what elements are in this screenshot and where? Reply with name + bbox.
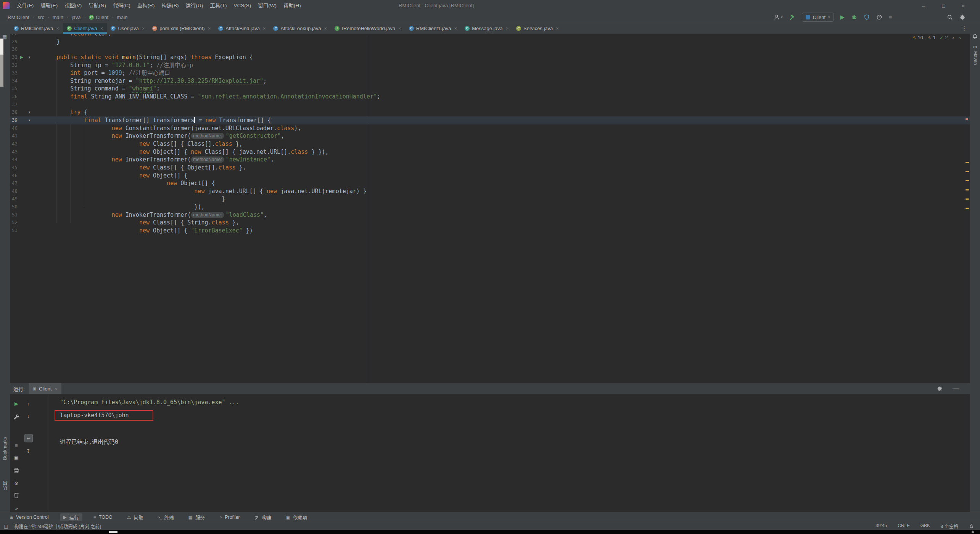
gutter[interactable]: 47 <box>10 179 43 187</box>
code-line[interactable]: 45 new Class[] { Object[].class }, <box>10 164 970 172</box>
status-widget[interactable]: 39:45 <box>875 523 887 529</box>
code-text[interactable]: new Object[] { "ErrorBaseExec" }) <box>43 227 253 235</box>
code-text[interactable]: }), <box>43 203 204 211</box>
breadcrumb-item[interactable]: java <box>72 15 81 20</box>
code-text[interactable]: new InvokerTransformer(methodName:"newIn… <box>43 156 274 164</box>
clear-icon[interactable]: ⊗ <box>13 479 20 487</box>
search-icon[interactable] <box>947 14 953 20</box>
gutter[interactable]: 50 <box>10 203 43 211</box>
collaboration-user-button[interactable]: ▾ <box>774 14 783 20</box>
code-text[interactable]: new Class[] { String.class }, <box>43 219 239 227</box>
code-area[interactable]: 28 return ctor;29 }3031▶▾ public static … <box>10 34 970 235</box>
trash-icon[interactable] <box>13 492 20 499</box>
status-widget[interactable]: 4 个空格 <box>941 523 958 529</box>
close-tab-icon[interactable]: × <box>56 26 60 31</box>
code-text[interactable]: } <box>43 38 60 46</box>
menu-item[interactable]: 构建(B) <box>158 0 182 11</box>
code-line[interactable]: 53 new Object[] { "ErrorBaseExec" }) <box>10 227 970 235</box>
gutter[interactable]: 31▶▾ <box>10 53 43 61</box>
menu-item[interactable]: 代码(C) <box>109 0 134 11</box>
code-text[interactable]: new Class[] { Class[].class }, <box>43 140 243 148</box>
editor-tab[interactable]: CRMIClient.java× <box>10 23 63 34</box>
gutter[interactable]: 32 <box>10 61 43 69</box>
code-line[interactable]: 47 new Object[] { <box>10 179 970 187</box>
close-tab-icon[interactable]: × <box>142 26 145 31</box>
code-text[interactable]: new Object[] { <box>43 179 215 187</box>
menu-item[interactable]: 窗口(W) <box>254 0 280 11</box>
gutter[interactable]: 43 <box>10 148 43 156</box>
gutter[interactable]: 37 <box>10 101 43 109</box>
inspections-widget[interactable]: ⚠10 ⚠1 ✓2 ∧ ∨ <box>912 35 962 40</box>
toolwindow-button[interactable]: ▦服务 <box>185 513 208 521</box>
console-line[interactable] <box>48 422 970 435</box>
close-icon[interactable]: × <box>54 386 57 392</box>
code-line[interactable]: 32 String ip = "127.0.0.1"; //注册中心ip <box>10 61 970 69</box>
rerun-icon[interactable]: ▶ <box>13 400 20 407</box>
code-line[interactable]: 29 } <box>10 38 970 46</box>
run-gutter-icon[interactable]: ▶ <box>20 53 23 61</box>
editor-tab[interactable]: CMessage.java× <box>461 23 512 34</box>
code-line[interactable]: 30 <box>10 45 970 53</box>
menu-item[interactable]: 运行(U) <box>182 0 207 11</box>
toolwindow-button-structure[interactable]: 结构 <box>2 481 9 490</box>
gutter[interactable]: 34 <box>10 77 43 85</box>
code-line[interactable]: 33 int port = 1099; //注册中心端口 <box>10 69 970 77</box>
gutter[interactable]: 33 <box>10 69 43 77</box>
run-console-tab[interactable]: ▣ Client × <box>29 383 61 394</box>
code-line[interactable]: 35 String command = "whoami"; <box>10 85 970 93</box>
status-widget[interactable]: GBK <box>920 523 930 529</box>
more-icon[interactable]: » <box>13 504 20 512</box>
close-tab-icon[interactable]: × <box>324 26 327 31</box>
code-line[interactable]: 34 String remotejar = "http://172.30.38.… <box>10 77 970 85</box>
up-icon[interactable]: ↑ <box>24 400 32 407</box>
close-tab-icon[interactable]: × <box>100 26 103 31</box>
gutter[interactable]: 35 <box>10 85 43 93</box>
editor-tab[interactable]: CRMIClient1.java× <box>405 23 461 34</box>
editor-tab[interactable]: CServices.java× <box>512 23 563 34</box>
warning-stripe-mark[interactable] <box>966 189 969 190</box>
code-line[interactable]: 42 new Class[] { Class[].class }, <box>10 140 970 148</box>
breadcrumb-item[interactable]: RMIClient <box>8 15 29 20</box>
run-button[interactable]: ▶ <box>840 14 845 20</box>
toolwindow-button[interactable]: ▶运行 <box>60 513 82 521</box>
code-text[interactable]: new Object[] { <box>43 172 187 180</box>
code-line[interactable]: 48 new java.net.URL[] { new java.net.URL… <box>10 187 970 195</box>
menu-item[interactable]: 编辑(E) <box>37 0 61 11</box>
menu-item[interactable]: VCS(S) <box>230 0 255 11</box>
gutter[interactable]: 38▾ <box>10 108 43 116</box>
close-tab-icon[interactable]: × <box>263 26 266 31</box>
close-tab-icon[interactable]: × <box>208 26 211 31</box>
gutter[interactable]: 46 <box>10 172 43 180</box>
close-tab-icon[interactable]: × <box>398 26 401 31</box>
code-text[interactable]: new java.net.URL[] { new java.net.URL(re… <box>43 187 367 195</box>
gutter[interactable]: 28 <box>10 34 43 38</box>
notifications-bell-icon[interactable] <box>972 34 978 39</box>
toolwindow-switcher-icon[interactable]: ◫ <box>4 524 8 529</box>
build-hammer-icon[interactable] <box>789 14 795 20</box>
gutter[interactable]: 42 <box>10 140 43 148</box>
stop-button[interactable]: ■ <box>889 14 892 20</box>
chevron-down-icon[interactable]: ∨ <box>959 36 962 40</box>
menu-item[interactable]: 工具(T) <box>206 0 230 11</box>
code-line[interactable]: 37 <box>10 101 970 109</box>
dump-icon[interactable]: ▣ <box>13 454 20 461</box>
toolwindow-button[interactable]: ◔Profiler <box>216 513 243 521</box>
gutter[interactable]: 49 <box>10 195 43 203</box>
code-text[interactable]: int port = 1099; //注册中心端口 <box>43 69 170 77</box>
editor-tab[interactable]: IIRemoteHelloWorld.java× <box>331 23 405 34</box>
gutter[interactable]: 44 <box>10 156 43 164</box>
maximize-button[interactable]: □ <box>942 3 945 9</box>
minimize-button[interactable]: ─ <box>922 3 925 9</box>
warning-stripe-mark[interactable] <box>966 171 969 172</box>
code-line[interactable]: 40 new ConstantTransformer(java.net.URLC… <box>10 124 970 132</box>
code-line[interactable]: 52 new Class[] { String.class }, <box>10 219 970 227</box>
code-text[interactable]: new InvokerTransformer(methodName:"getCo… <box>43 132 284 140</box>
menu-item[interactable]: 导航(N) <box>85 0 109 11</box>
menu-item[interactable]: 视图(V) <box>61 0 85 11</box>
code-line[interactable]: 46 new Object[] { <box>10 172 970 180</box>
code-line[interactable]: 50 }), <box>10 203 970 211</box>
scrollend-icon[interactable]: ↧ <box>24 447 32 455</box>
console-output[interactable]: "C:\Program Files\Java\jdk1.8.0_65\bin\j… <box>48 394 970 512</box>
run-configuration-select[interactable]: Client ▾ <box>802 13 834 22</box>
gutter[interactable]: 41 <box>10 132 43 140</box>
